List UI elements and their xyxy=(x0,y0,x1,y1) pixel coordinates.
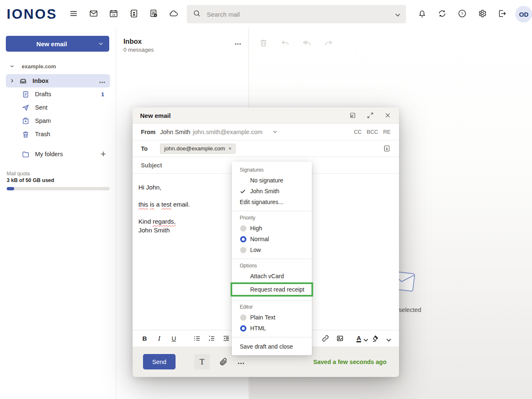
folder-label: Spam xyxy=(35,117,51,124)
search-icon xyxy=(193,9,201,19)
sidebar-item-spam[interactable]: Spam xyxy=(6,114,110,127)
bullet-list-button[interactable] xyxy=(191,333,202,344)
add-folder-button[interactable]: + xyxy=(100,149,106,160)
svg-text:?: ? xyxy=(461,11,463,15)
svg-text:28: 28 xyxy=(112,13,115,16)
radio-off-icon xyxy=(240,247,246,253)
italic-button[interactable]: I xyxy=(154,333,165,344)
from-label: From xyxy=(141,129,160,135)
sidebar-item-trash[interactable]: Trash xyxy=(6,127,110,141)
plain-text-toggle-button[interactable]: T xyxy=(194,354,210,369)
sidebar-item-inbox[interactable]: Inbox … xyxy=(6,74,110,87)
attachment-button[interactable] xyxy=(219,357,228,367)
font-color-chevron-icon[interactable] xyxy=(362,336,367,341)
inbox-more-button[interactable]: … xyxy=(99,77,106,85)
new-email-button[interactable]: New email xyxy=(6,36,109,52)
list-more-button[interactable]: … xyxy=(234,38,242,47)
menu-item-editor-html[interactable]: HTML xyxy=(232,323,312,334)
search-options-chevron-icon[interactable] xyxy=(394,11,400,17)
insert-link-button[interactable] xyxy=(320,333,331,344)
send-button[interactable]: Send xyxy=(143,354,176,369)
more-options-button[interactable]: … xyxy=(237,357,246,366)
font-color-button[interactable]: A xyxy=(356,335,361,342)
menu-item-edit-signatures[interactable]: Edit signatures... xyxy=(232,197,312,207)
message-actions-toolbar xyxy=(259,38,333,49)
highlight-color-chevron-icon[interactable] xyxy=(385,336,390,341)
menu-item-save-draft-and-close[interactable]: Save draft and close xyxy=(232,341,312,352)
from-chevron-icon[interactable] xyxy=(272,129,278,135)
menu-item-no-signature[interactable]: No signature xyxy=(232,175,312,186)
maximize-icon[interactable] xyxy=(366,112,374,119)
folder-label: Drafts xyxy=(35,91,51,97)
settings-button[interactable] xyxy=(472,4,492,24)
bold-button[interactable]: B xyxy=(139,333,150,344)
cloud-app-button[interactable] xyxy=(163,4,183,24)
hamburger-menu-button[interactable] xyxy=(63,4,83,24)
bcc-toggle[interactable]: BCC xyxy=(366,129,378,135)
sidebar-item-my-folders[interactable]: My folders + xyxy=(6,147,110,161)
numbered-list-button[interactable] xyxy=(206,333,217,344)
webmail-app: IONOS 28 xyxy=(0,0,532,399)
quota-usage: 3 kB of 50 GB used xyxy=(7,177,109,183)
address-book-icon[interactable] xyxy=(383,145,391,152)
menu-item-signature-john-smith[interactable]: John Smith xyxy=(232,186,312,197)
logout-icon xyxy=(497,9,507,20)
logout-button[interactable] xyxy=(492,4,512,24)
account-name: example.com xyxy=(22,63,56,70)
reply-icon[interactable] xyxy=(281,38,290,49)
mail-app-button[interactable] xyxy=(83,4,103,24)
highlight-color-button[interactable] xyxy=(369,333,380,344)
contacts-app-button[interactable] xyxy=(123,4,143,24)
reply-all-icon[interactable] xyxy=(302,38,311,49)
new-email-chevron-icon[interactable] xyxy=(98,40,109,47)
menu-item-attach-vcard[interactable]: Attach vCard xyxy=(232,271,312,282)
menu-item-priority-high[interactable]: High xyxy=(232,223,312,234)
folder-label: My folders xyxy=(35,151,63,157)
forward-icon[interactable] xyxy=(324,38,333,49)
close-icon[interactable] xyxy=(384,112,391,119)
app-switcher: 28 xyxy=(63,4,183,24)
help-button[interactable]: ? xyxy=(452,4,472,24)
account-row[interactable]: example.com xyxy=(6,62,110,71)
recipient-chip[interactable]: john.doe@example.com × xyxy=(160,144,236,154)
new-email-label: New email xyxy=(6,40,98,47)
calendar-app-button[interactable]: 28 xyxy=(103,4,123,24)
message-list-header: Inbox 0 messages … xyxy=(116,28,248,53)
menu-item-priority-low[interactable]: Low xyxy=(232,244,312,255)
menu-section-header: Options xyxy=(232,259,312,271)
folder-label: Inbox xyxy=(33,77,49,84)
bell-icon xyxy=(417,9,427,20)
chevron-right-icon[interactable] xyxy=(9,78,15,84)
remove-recipient-icon[interactable]: × xyxy=(228,145,232,152)
compose-title-bar[interactable]: New email xyxy=(133,107,399,124)
menu-item-priority-normal[interactable]: Normal xyxy=(232,234,312,244)
hamburger-icon xyxy=(69,9,78,20)
delete-message-icon[interactable] xyxy=(259,38,268,49)
user-avatar[interactable]: OD xyxy=(515,6,532,22)
recipient-field-toggles: CC BCC RE xyxy=(354,129,391,135)
search-bar[interactable] xyxy=(187,5,406,23)
notifications-button[interactable] xyxy=(412,4,432,24)
sidebar-item-sent[interactable]: Sent xyxy=(6,101,110,114)
from-row: From John Smith john.smith@example.com C… xyxy=(133,124,399,140)
underline-button[interactable]: U xyxy=(168,333,179,344)
from-name: John Smith xyxy=(160,129,191,135)
menu-item-editor-plain-text[interactable]: Plain Text xyxy=(232,312,312,323)
insert-image-button[interactable] xyxy=(334,333,345,344)
formatting-toolbar-right: A xyxy=(320,333,392,344)
popout-icon[interactable] xyxy=(349,112,356,119)
search-input[interactable] xyxy=(207,11,394,18)
inbox-icon xyxy=(19,77,27,85)
quota-title: Mail quota xyxy=(7,171,109,177)
re-toggle[interactable]: RE xyxy=(383,129,391,135)
refresh-button[interactable] xyxy=(432,4,452,24)
sidebar-item-drafts[interactable]: Drafts 1 xyxy=(6,87,110,101)
quota-bar xyxy=(7,187,110,190)
to-row[interactable]: To john.doe@example.com × xyxy=(133,140,399,157)
ionos-logo[interactable]: IONOS xyxy=(7,6,56,22)
outdent-button[interactable] xyxy=(221,333,231,344)
menu-item-request-read-receipt[interactable]: Request read receipt xyxy=(232,284,311,295)
recipient-address: john.doe@example.com xyxy=(164,145,225,152)
cc-toggle[interactable]: CC xyxy=(354,129,362,135)
tasks-app-button[interactable] xyxy=(143,4,163,24)
